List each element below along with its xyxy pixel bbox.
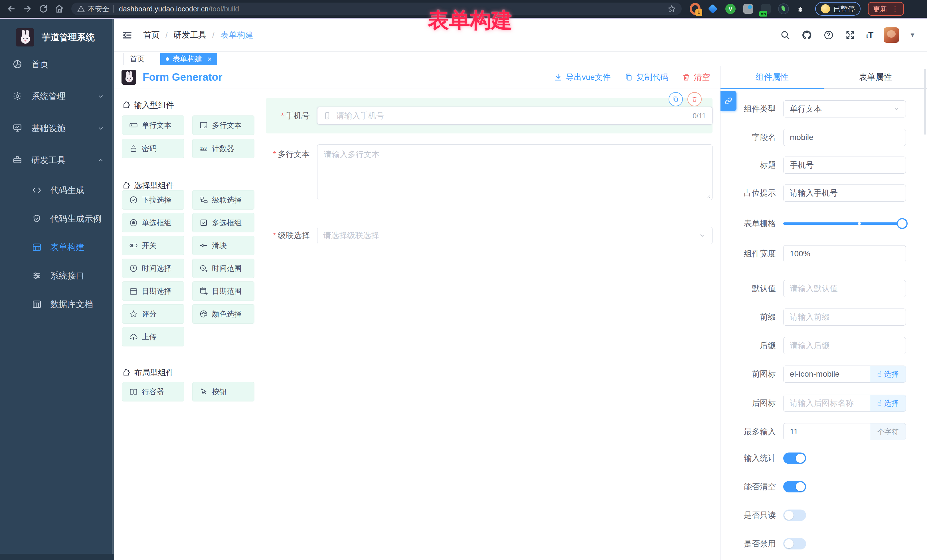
form-grid-slider[interactable] (783, 215, 906, 232)
user-avatar[interactable] (884, 27, 899, 43)
search-icon[interactable] (780, 29, 791, 41)
component-select[interactable]: 下拉选择 (122, 190, 184, 209)
avatar-caret-icon[interactable]: ▼ (909, 31, 916, 39)
tag-home[interactable]: 首页 (123, 53, 151, 65)
component-checkbox-group[interactable]: 多选框组 (192, 213, 254, 232)
collapse-menu-icon[interactable] (122, 29, 133, 41)
component-button[interactable]: 按钮 (192, 382, 254, 401)
sidebar-item-form-builder[interactable]: 表单构建 (0, 233, 114, 261)
sidebar-item-home[interactable]: 首页 (0, 50, 114, 79)
github-icon[interactable] (801, 29, 813, 41)
duplicate-component-button[interactable] (669, 92, 683, 106)
max-input-input[interactable] (783, 423, 870, 440)
extension-v-icon[interactable]: V (725, 3, 736, 14)
title-input[interactable] (783, 156, 906, 174)
field-name-input[interactable] (783, 129, 906, 146)
sidebar-item-infra[interactable]: 基础设施 (0, 114, 114, 143)
sidebar-item-codegen-demo[interactable]: 代码生成示例 (0, 205, 114, 233)
input-stats-toggle[interactable] (783, 452, 806, 464)
close-tag-icon[interactable]: × (207, 55, 212, 63)
default-value-input[interactable] (783, 280, 906, 297)
multiline-textarea[interactable] (318, 144, 712, 200)
breadcrumb-home[interactable]: 首页 (143, 29, 160, 41)
disabled-toggle[interactable] (783, 538, 806, 549)
tab-form-props[interactable]: 表单属性 (824, 66, 927, 88)
reload-icon[interactable] (35, 2, 51, 16)
fullscreen-icon[interactable] (845, 29, 856, 41)
export-vue-button[interactable]: 导出vue文件 (554, 72, 611, 83)
placeholder-input[interactable] (783, 185, 906, 202)
back-icon-pick-button[interactable]: ☝ 选择 (870, 395, 906, 412)
sidebar-item-api[interactable]: 系统接口 (0, 262, 114, 290)
canvas-field-mobile[interactable]: 手机号 0/11 (266, 98, 713, 134)
sidebar-item-codegen[interactable]: 代码生成 (0, 176, 114, 204)
prefix-input[interactable] (783, 308, 906, 326)
resize-handle[interactable] (706, 193, 711, 199)
component-radio-group[interactable]: 单选框组 (122, 213, 184, 232)
suffix-input[interactable] (783, 337, 906, 354)
bookmark-star-icon[interactable] (667, 5, 676, 13)
extension-split-icon[interactable] (743, 3, 754, 14)
front-icon-input[interactable] (783, 366, 870, 382)
address-bar[interactable]: 不安全 dashboard.yudao.iocoder.cn/tool/buil… (71, 3, 682, 15)
component-upload[interactable]: 上传 (122, 327, 184, 346)
component-date-range[interactable]: 日期范围 (192, 281, 254, 301)
component-width-input[interactable] (783, 245, 906, 262)
tag-form-builder[interactable]: 表单构建 × (160, 53, 217, 65)
paused-label: 已暂停 (833, 4, 855, 14)
clear-button[interactable]: 清空 (682, 72, 710, 83)
sidebar-scrollbar[interactable] (112, 19, 114, 560)
component-icon (122, 181, 131, 190)
slider-track[interactable] (783, 222, 906, 225)
extension-leaf-icon[interactable] (778, 3, 789, 14)
sidebar-item-db-doc[interactable]: 数据库文档 (0, 290, 114, 318)
front-icon-pick-button[interactable]: ☝ 选择 (870, 366, 906, 382)
cascader-select[interactable]: 请选择级联选择 (317, 227, 713, 244)
component-single-line-text[interactable]: 单行文本 (122, 115, 184, 135)
canvas-field-cascader[interactable]: 级联选择 请选择级联选择 (266, 222, 713, 249)
extension-blocker-icon[interactable]: 1 (690, 3, 701, 14)
back-icon[interactable] (3, 2, 20, 16)
update-button[interactable]: 更新 ⋮ (868, 2, 904, 16)
slider-handle[interactable] (897, 218, 907, 229)
shield-check-icon (32, 214, 42, 223)
forward-icon[interactable] (20, 2, 35, 16)
sidebar-item-devtools[interactable]: 研发工具 (0, 146, 114, 175)
component-switch[interactable]: 开关 (122, 236, 184, 255)
extension-gem-icon[interactable] (707, 3, 718, 14)
kebab-menu-icon[interactable]: ⋮ (891, 5, 899, 12)
font-size-icon[interactable]: tT (866, 31, 874, 39)
component-color-picker[interactable]: 颜色选择 (192, 304, 254, 323)
component-date-picker[interactable]: 日期选择 (122, 281, 184, 301)
readonly-toggle[interactable] (783, 510, 806, 521)
tab-component-props[interactable]: 组件属性 (720, 66, 824, 88)
extension-on-icon[interactable]: on (760, 3, 771, 14)
component-row-container[interactable]: 行容器 (122, 382, 184, 401)
home-icon[interactable] (51, 2, 67, 16)
copy-code-button[interactable]: 复制代码 (625, 72, 668, 83)
form-generator-logo[interactable] (122, 70, 136, 85)
profile-paused-chip[interactable]: 已暂停 (815, 2, 860, 16)
row-form-grid: 表单栅格 (720, 215, 927, 232)
component-type-select[interactable]: 单行文本 (783, 100, 906, 117)
help-icon[interactable] (823, 29, 834, 41)
component-rate[interactable]: 评分 (122, 304, 184, 323)
component-time-range[interactable]: 时间范围 (192, 259, 254, 278)
mobile-input[interactable] (331, 111, 693, 120)
component-slider[interactable]: 滑块 (192, 236, 254, 255)
component-cascader[interactable]: 级联选择 (192, 190, 254, 209)
back-icon-input[interactable] (783, 395, 870, 412)
delete-component-button[interactable] (687, 92, 702, 106)
form-generator-title[interactable]: Form Generator (143, 71, 222, 83)
sidebar-item-system[interactable]: 系统管理 (0, 82, 114, 111)
component-counter[interactable]: 123 计数器 (192, 139, 254, 158)
component-password[interactable]: 密码 (122, 139, 184, 158)
breadcrumb-devtools[interactable]: 研发工具 (173, 29, 207, 41)
chevron-down-icon (97, 124, 104, 132)
component-multiline-text[interactable]: 多行文本 (192, 115, 254, 135)
clearable-toggle[interactable] (783, 481, 806, 492)
component-time-picker[interactable]: 时间选择 (122, 259, 184, 278)
star-icon (129, 310, 138, 318)
extensions-puzzle-icon[interactable] (796, 3, 807, 14)
canvas-field-textarea[interactable]: 多行文本 (266, 144, 713, 200)
